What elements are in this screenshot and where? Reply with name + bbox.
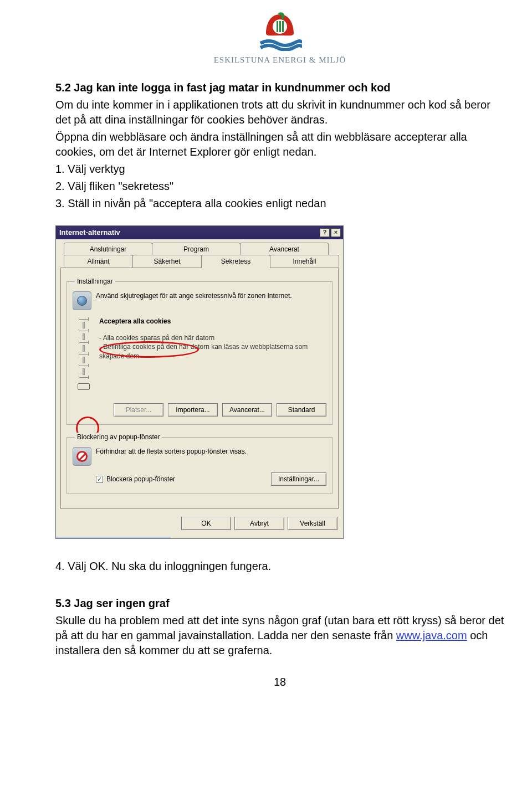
tab-advanced[interactable]: Avancerat [240,243,329,255]
brand-logo-block: ESKILSTUNA ENERGI & MILJÖ [55,11,504,66]
paragraph: Skulle du ha problem med att det inte sy… [55,613,504,658]
settings-legend: Inställningar [75,277,115,286]
tab-connections[interactable]: Anslutningar [64,243,152,255]
internet-options-dialog: Internet-alternativ ? × Anslutningar Pro… [55,225,344,539]
brand-logo: ESKILSTUNA ENERGI & MILJÖ [213,11,346,65]
svg-rect-2 [279,21,281,32]
dialog-title: Internet-alternativ [59,228,120,238]
popup-group: Blockering av popup-fönster Förhindrar a… [66,433,332,494]
tab-security[interactable]: Säkerhet [132,255,202,268]
paragraph: Öppna din webbläsare och ändra inställni… [55,130,504,160]
tab-general[interactable]: Allmänt [64,255,133,268]
dialog-titlebar: Internet-alternativ ? × [56,226,343,239]
slider-thumb-icon[interactable] [78,383,90,390]
list-step-4: 4. Välj OK. Nu ska du inloggningen funge… [55,559,504,574]
popup-description: Förhindrar att de flesta sorters popup-f… [96,447,247,456]
globe-icon [73,291,91,310]
popup-settings-button[interactable]: Inställningar... [271,472,326,486]
help-icon[interactable]: ? [320,228,330,237]
red-circle-annotation [99,341,199,358]
apply-button[interactable]: Verkställ [288,517,337,530]
sites-button[interactable]: Platser... [114,403,163,417]
privacy-level-label: Acceptera alla cookies [99,317,171,326]
ok-button[interactable]: OK [181,517,231,530]
popup-blocker-icon [73,447,91,466]
java-link[interactable]: www.java.com [396,629,467,641]
page-number: 18 [55,675,504,690]
list-step-1: 1. Välj verktyg [55,162,504,177]
section-5-3-heading: 5.3 Jag ser ingen graf [55,596,504,611]
checkbox-icon [96,476,103,483]
close-icon[interactable]: × [331,228,341,237]
list-step-3: 3. Ställ in nivån på "acceptera alla coo… [55,196,504,211]
import-button[interactable]: Importera... [168,403,218,417]
dialog-bottom-buttons: OK Avbryt Verkställ [56,512,343,536]
tab-body: Inställningar Använd skjutreglaget för a… [60,268,339,509]
brand-name: ESKILSTUNA ENERGI & MILJÖ [213,54,346,65]
svg-rect-3 [282,21,284,32]
checkbox-label: Blockera popup-fönster [106,475,175,484]
default-button[interactable]: Standard [277,403,326,417]
block-popup-checkbox[interactable]: Blockera popup-fönster [96,475,175,484]
cancel-button[interactable]: Avbryt [234,517,284,530]
tabs-area: Anslutningar Program Avancerat Allmänt S… [56,239,343,513]
settings-group: Inställningar Använd skjutreglaget för a… [66,277,332,425]
section-5-2-heading: 5.2 Jag kan inte logga in fast jag matar… [55,80,504,95]
privacy-slider[interactable] [73,317,95,397]
paragraph: Om du inte kommer in i applikationen tro… [55,97,504,127]
advanced-button[interactable]: Avancerat... [222,403,272,417]
popup-legend: Blockering av popup-fönster [75,433,162,441]
tab-program[interactable]: Program [152,243,241,255]
tab-privacy[interactable]: Sekretess [201,255,270,268]
tab-content[interactable]: Innehåll [270,255,339,268]
settings-intro: Använd skjutreglaget för att ange sekret… [96,291,292,300]
decorative-line [56,537,171,538]
logo-icon [258,11,302,51]
svg-rect-1 [277,21,278,32]
list-step-2: 2. Välj fliken "sekretess" [55,179,504,194]
document-page: ESKILSTUNA ENERGI & MILJÖ 5.2 Jag kan in… [0,11,532,706]
